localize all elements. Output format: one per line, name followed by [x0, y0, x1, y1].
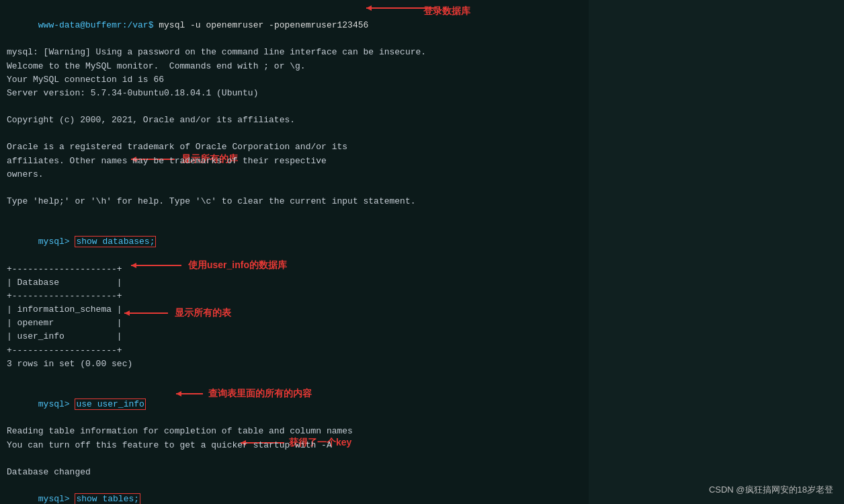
login-command: mysql -u openemruser -popenemruser123456 — [153, 20, 368, 30]
line-blank3 — [7, 181, 837, 195]
table-sep-1: +--------------------+ — [7, 263, 837, 276]
table-sep-3: +--------------------+ — [7, 344, 837, 358]
line-blank4 — [7, 208, 837, 222]
line-oracle2: affiliates. Other names may be trademark… — [7, 155, 837, 168]
line-oracle1: Oracle is a registered trademark of Orac… — [7, 140, 837, 154]
line-oracle3: owners. — [7, 168, 837, 181]
line-db-changed: Database changed — [7, 466, 837, 479]
line-warning: mysql: [Warning] Using a password on the… — [7, 46, 837, 59]
line-copyright: Copyright (c) 2000, 2021, Oracle and/or … — [7, 114, 837, 127]
line-blank1 — [7, 100, 837, 114]
line-help: Type 'help;' or '\h' for help. Type '\c'… — [7, 195, 837, 208]
use-userinfo-cmd: use user_info — [75, 398, 145, 410]
line-welcome1: Welcome to the MySQL monitor. Commands e… — [7, 60, 837, 73]
line-show-tables: mysql> show tables; — [7, 479, 837, 504]
table-sep-2: +--------------------+ — [7, 290, 837, 303]
table-row-infschema: | information_schema | — [7, 303, 837, 317]
input-word: input — [332, 196, 358, 206]
terminal-window: www-data@buffemr:/var$ mysql -u openemru… — [0, 0, 844, 504]
line-show-db: mysql> show databases; — [7, 222, 837, 262]
line-blank6 — [7, 452, 837, 466]
line-reading: Reading table information for completion… — [7, 425, 837, 438]
table-row-userinfo: | user_info | — [7, 330, 837, 343]
mysql-prompt-2: mysql> — [38, 399, 75, 409]
line-connid: Your MySQL connection id is 66 — [7, 73, 837, 87]
terminal-content: www-data@buffemr:/var$ mysql -u openemru… — [7, 5, 837, 504]
mysql-prompt-1: mysql> — [38, 237, 75, 247]
line-login: www-data@buffemr:/var$ mysql -u openemru… — [7, 5, 837, 46]
table-row-openemr: | openemr | — [7, 317, 837, 330]
table-header-db: | Database | — [7, 276, 837, 290]
mysql-prompt-3: mysql> — [38, 494, 75, 504]
line-blank5 — [7, 371, 837, 384]
line-turnoff: You can turn off this feature to get a q… — [7, 439, 837, 452]
line-blank2 — [7, 127, 837, 140]
line-3rows: 3 rows in set (0.00 sec) — [7, 358, 837, 371]
line-version: Server version: 5.7.34-0ubuntu0.18.04.1 … — [7, 87, 837, 100]
prompt-prefix: www-data@buffemr:/var$ — [38, 20, 154, 30]
show-tables-cmd: show tables; — [75, 493, 140, 504]
show-databases-cmd: show databases; — [75, 236, 156, 247]
line-use-userinfo: mysql> use user_info — [7, 384, 837, 425]
